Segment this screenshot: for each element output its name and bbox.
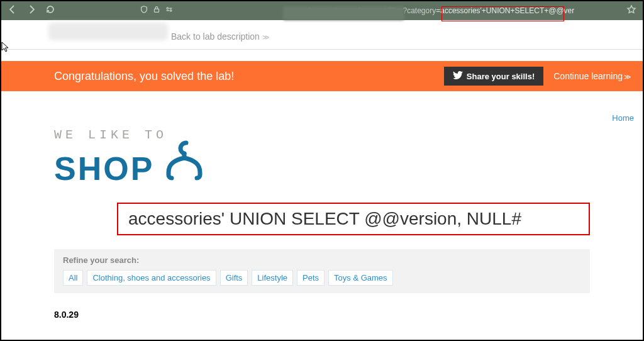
refine-search-section: Refine your search: All Clothing, shoes … bbox=[54, 249, 590, 293]
forward-icon[interactable] bbox=[26, 4, 36, 17]
svg-rect-0 bbox=[155, 9, 159, 12]
hanger-icon bbox=[162, 140, 211, 185]
svg-point-2 bbox=[170, 9, 172, 11]
refine-item-lifestyle[interactable]: Lifestyle bbox=[252, 270, 293, 286]
shield-icon bbox=[140, 5, 148, 16]
sql-payload-display: accessories' UNION SELECT @@version, NUL… bbox=[117, 203, 590, 235]
shop-logo: WE LIKE TO SHOP bbox=[54, 128, 643, 185]
bookmark-star-icon[interactable] bbox=[626, 4, 636, 17]
address-bar[interactable]: eb-security-academy.net/filter?category=… bbox=[140, 4, 636, 17]
congrats-text: Congratulations, you solved the lab! bbox=[54, 70, 444, 83]
refine-item-gifts[interactable]: Gifts bbox=[220, 270, 248, 286]
chevron-right-icon: ≫ bbox=[262, 33, 270, 41]
refine-label: Refine your search: bbox=[63, 255, 581, 265]
refine-item-toys[interactable]: Toys & Games bbox=[328, 270, 393, 286]
chevron-right-icon: ≫ bbox=[624, 73, 631, 81]
permissions-icon bbox=[165, 5, 174, 16]
blurred-domain bbox=[283, 6, 404, 20]
url-highlight-annotation bbox=[441, 6, 564, 21]
share-skills-button[interactable]: Share your skills! bbox=[444, 67, 543, 86]
congrats-banner: Congratulations, you solved the lab! Sha… bbox=[1, 61, 643, 91]
svg-point-1 bbox=[167, 8, 169, 9]
refine-item-pets[interactable]: Pets bbox=[297, 270, 325, 286]
logo-word: SHOP bbox=[54, 152, 154, 185]
home-link[interactable]: Home bbox=[612, 113, 634, 123]
db-version-output: 8.0.29 bbox=[54, 310, 643, 320]
back-icon[interactable] bbox=[8, 4, 18, 17]
refine-item-all[interactable]: All bbox=[63, 270, 83, 286]
continue-learning-link[interactable]: Continue learning≫ bbox=[553, 71, 631, 81]
refine-item-clothing[interactable]: Clothing, shoes and accessories bbox=[87, 270, 216, 286]
browser-toolbar: eb-security-academy.net/filter?category=… bbox=[1, 1, 643, 20]
lock-icon bbox=[152, 5, 161, 16]
refine-items: All Clothing, shoes and accessories Gift… bbox=[63, 270, 581, 286]
blurred-header bbox=[48, 23, 168, 40]
reload-icon[interactable] bbox=[45, 4, 55, 17]
twitter-icon bbox=[453, 71, 463, 81]
